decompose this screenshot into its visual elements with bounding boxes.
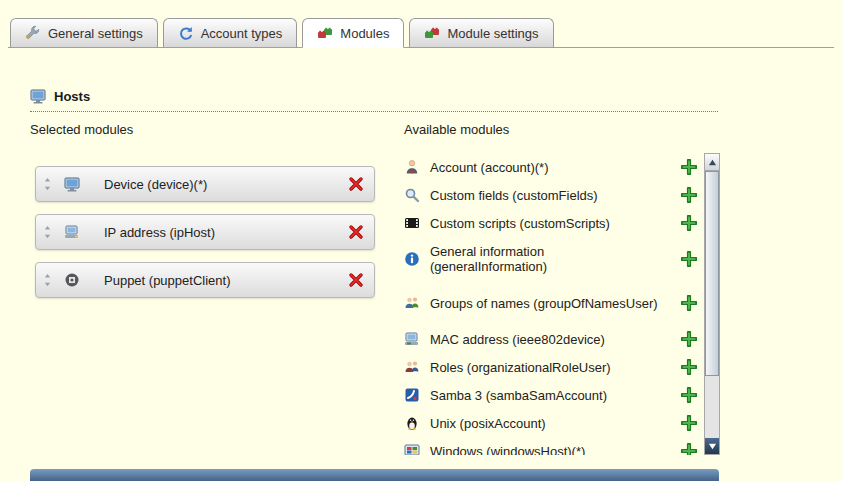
available-module-row: Roles (organizationalRoleUser) <box>404 353 704 381</box>
available-module-label: Custom scripts (customScripts) <box>430 216 662 231</box>
section-title: Hosts <box>54 89 90 104</box>
tab-label: Module settings <box>447 26 538 41</box>
available-module-label: General information (generalInformation) <box>430 244 662 274</box>
scroll-up-button[interactable] <box>705 154 719 171</box>
available-modules-list: Account (account)(*) Custom fields (cust… <box>404 153 720 455</box>
selected-module-row[interactable]: IP address (ipHost) <box>35 214 375 250</box>
custom-fields-icon <box>404 187 420 203</box>
available-modules-heading: Available modules <box>404 122 720 138</box>
selected-modules-heading: Selected modules <box>30 122 404 138</box>
device-icon <box>64 176 80 192</box>
available-module-label: Samba 3 (sambaSamAccount) <box>430 388 662 403</box>
selected-module-label: Device (device)(*) <box>104 177 207 192</box>
available-module-row: Groups of names (groupOfNamesUser) <box>404 281 704 325</box>
ip-address-icon <box>64 224 80 240</box>
add-module-button[interactable] <box>681 415 697 431</box>
host-icon <box>30 88 46 104</box>
remove-module-button[interactable] <box>348 176 364 192</box>
modules-panel: Selected modules Device (device)(*) IP a… <box>30 122 720 455</box>
scrollbar[interactable] <box>704 153 720 455</box>
sync-icon <box>178 25 194 41</box>
selected-module-label: Puppet (puppetClient) <box>104 273 230 288</box>
add-module-button[interactable] <box>681 159 697 175</box>
available-module-row: General information (generalInformation) <box>404 237 704 281</box>
tab-label: Modules <box>340 26 389 41</box>
tabbar: General settings Account types Modules M… <box>10 18 559 48</box>
available-module-row: Custom fields (customFields) <box>404 181 704 209</box>
available-module-row: MAC address (ieee802device) <box>404 325 704 353</box>
tab-account-types[interactable]: Account types <box>163 18 298 48</box>
available-modules-column: Available modules Account (account)(*) C… <box>404 122 720 455</box>
available-module-row: Custom scripts (customScripts) <box>404 209 704 237</box>
puppet-icon <box>64 272 80 288</box>
info-icon <box>404 251 420 267</box>
section-heading: Hosts <box>30 88 718 112</box>
selected-modules-column: Selected modules Device (device)(*) IP a… <box>30 122 404 455</box>
tab-general-settings[interactable]: General settings <box>10 18 158 48</box>
unix-icon <box>404 415 420 431</box>
group-icon <box>404 295 420 311</box>
remove-module-button[interactable] <box>348 272 364 288</box>
tab-label: Account types <box>201 26 283 41</box>
available-module-label: MAC address (ieee802device) <box>430 332 662 347</box>
available-module-label: Custom fields (customFields) <box>430 188 662 203</box>
tab-modules[interactable]: Modules <box>302 18 404 48</box>
tab-module-settings[interactable]: Module settings <box>409 18 553 48</box>
available-module-row: Samba 3 (sambaSamAccount) <box>404 381 704 409</box>
add-module-button[interactable] <box>681 251 697 267</box>
available-module-label: Windows (windowsHost)(*) <box>430 444 662 456</box>
available-module-row: Account (account)(*) <box>404 153 704 181</box>
account-icon <box>404 159 420 175</box>
add-module-button[interactable] <box>681 215 697 231</box>
add-module-button[interactable] <box>681 295 697 311</box>
custom-scripts-icon <box>404 215 420 231</box>
scrollbar-thumb[interactable] <box>705 171 719 376</box>
samba-icon <box>404 387 420 403</box>
module-settings-icon <box>424 25 440 41</box>
selected-module-row[interactable]: Puppet (puppetClient) <box>35 262 375 298</box>
add-module-button[interactable] <box>681 443 697 455</box>
selected-module-label: IP address (ipHost) <box>104 225 215 240</box>
drag-handle-icon[interactable] <box>43 177 55 191</box>
tools-icon <box>25 25 41 41</box>
available-module-row: Windows (windowsHost)(*) <box>404 437 704 455</box>
remove-module-button[interactable] <box>348 224 364 240</box>
bottom-panel-edge <box>30 469 719 481</box>
roles-icon <box>404 359 420 375</box>
scroll-down-button[interactable] <box>705 438 719 454</box>
available-module-label: Roles (organizationalRoleUser) <box>430 360 662 375</box>
selected-module-row[interactable]: Device (device)(*) <box>35 166 375 202</box>
windows-icon <box>404 443 420 455</box>
add-module-button[interactable] <box>681 359 697 375</box>
add-module-button[interactable] <box>681 331 697 347</box>
add-module-button[interactable] <box>681 387 697 403</box>
drag-handle-icon[interactable] <box>43 225 55 239</box>
drag-handle-icon[interactable] <box>43 273 55 287</box>
tab-label: General settings <box>48 26 143 41</box>
available-module-label: Account (account)(*) <box>430 160 662 175</box>
mac-address-icon <box>404 331 420 347</box>
available-module-label: Groups of names (groupOfNamesUser) <box>430 296 662 311</box>
available-module-row: Unix (posixAccount) <box>404 409 704 437</box>
add-module-button[interactable] <box>681 187 697 203</box>
modules-icon <box>317 25 333 41</box>
available-module-label: Unix (posixAccount) <box>430 416 662 431</box>
